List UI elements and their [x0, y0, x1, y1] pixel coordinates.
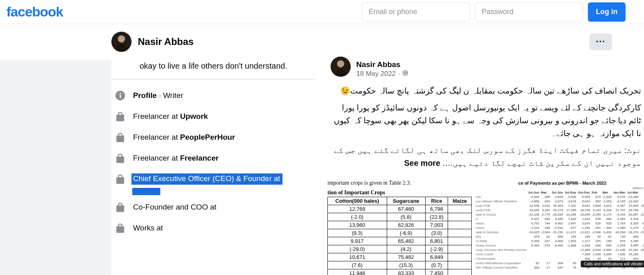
table-cell: 935	[602, 221, 612, 226]
table-row: rvices6,7537448,4612,4973,0748269352,764…	[475, 221, 644, 226]
about-item[interactable]: Freelancer at Upwork	[111, 106, 315, 127]
table-cell	[564, 252, 577, 257]
table-row: (-2.0)(5.8)(22.8)	[328, 213, 472, 221]
table-cell: 12,769	[328, 205, 387, 213]
table-cell: 9,917	[328, 237, 387, 245]
table-header-cell: Mar	[602, 190, 612, 195]
table-cell	[551, 248, 563, 252]
table-cell	[448, 229, 472, 237]
avatar[interactable]	[331, 57, 351, 77]
table-cell	[448, 237, 472, 245]
post-attachment[interactable]: important crops is given in Table 2.3. t…	[326, 178, 644, 275]
table-cell: -10,194	[564, 212, 577, 217]
about-item[interactable]: Freelancer at PeoplePerHour	[111, 127, 315, 148]
dot-separator: ·	[398, 70, 400, 78]
about-item[interactable]: Freelancer at Freelancer	[111, 148, 315, 169]
table-caption: important crops is given in Table 2.3.	[327, 180, 472, 186]
table-cell: 11,946	[328, 269, 387, 275]
table-cell: -677	[564, 226, 577, 230]
post-meta: Nasir Abbas 18 May 2022 ·	[356, 60, 408, 78]
table-cell: 7,450	[425, 269, 448, 275]
post-note: نوٹ: میری تمام فیکٹ اینڈ فگرز کے سورس لن…	[330, 144, 641, 169]
table-header-cell: Oct-Dec	[577, 190, 591, 195]
table-heading: tion of Important Crops	[327, 189, 472, 196]
table-cell: 7,201	[564, 204, 577, 208]
email-field[interactable]	[362, 2, 470, 22]
more-button[interactable]: ···	[589, 33, 612, 50]
table-cell: 8,041	[577, 204, 591, 208]
table-cell: -13,426	[626, 199, 639, 204]
login-area: Log in	[362, 2, 626, 22]
table-row-label: rimary Income	[475, 243, 527, 248]
table-cell: 13,960	[328, 221, 387, 229]
about-item[interactable]: Chief Executive Officer (CEO) & Founder …	[111, 169, 315, 189]
table-cell: (7.6)	[328, 261, 387, 269]
table-cell: -3,079	[551, 199, 563, 204]
table-cell: 744	[540, 221, 551, 226]
login-bar: facebook Log in	[0, 0, 644, 24]
table-row-label: re Debit	[475, 239, 527, 243]
table-cell: 7,630	[612, 252, 626, 257]
table-row: (7.6)(15.3)(0.7)	[328, 261, 472, 269]
table-row: (9.3)(-6.9)(3.0)	[328, 229, 472, 237]
table-cell: 366	[527, 265, 540, 270]
about-column: okay to live a life others don't underst…	[111, 60, 322, 275]
table-cell: 6,849	[425, 253, 448, 261]
about-item[interactable]: Co-Founder and COO at	[111, 197, 315, 218]
table-cell: -31,150	[551, 230, 563, 234]
table-row: oods FOB22,5362,61625,3047,2018,0412,888…	[475, 204, 644, 208]
table-header-cell: Sugarcane	[387, 197, 425, 205]
work-icon	[115, 153, 126, 164]
see-more-link[interactable]: See more	[404, 159, 440, 167]
table-row-label: ther Official Current Transfers	[475, 265, 527, 270]
table-cell: -559	[602, 243, 612, 248]
table-row: oods FOB43,6455,39254,27317,39518,7005,1…	[475, 208, 644, 212]
table-cell: 2,616	[540, 204, 551, 208]
about-item[interactable]: Works at	[111, 218, 315, 238]
table-cell	[551, 252, 563, 257]
table-cell: 22,536	[527, 204, 540, 208]
avatar[interactable]	[111, 32, 131, 52]
table-cell: 225	[591, 239, 602, 243]
table-cell: -21,29	[639, 230, 644, 234]
profile-name[interactable]: Nasir Abbas	[138, 36, 194, 47]
table-row-label: rade in Goods	[475, 212, 527, 217]
table-row: rimary Income-5,459-375-4,400-1,006-1,54…	[475, 243, 644, 248]
svg-point-6	[337, 60, 344, 67]
content-area: okay to live a life others don't underst…	[0, 59, 644, 275]
about-item[interactable]: Profile · Writer	[111, 85, 315, 106]
table-cell: -59	[639, 199, 644, 204]
table-cell: 6,801	[425, 237, 448, 245]
table-cell	[448, 261, 472, 269]
password-field[interactable]	[475, 2, 583, 22]
table-header-cell: Jul-Mar	[626, 190, 639, 195]
facebook-logo[interactable]: facebook	[6, 4, 63, 20]
table-cell: -519	[591, 195, 602, 199]
table-row: efry47962508184169325213548825	[475, 234, 644, 239]
login-button[interactable]: Log in	[588, 2, 626, 22]
table-cell: 198	[602, 239, 612, 243]
table-cell: 40	[639, 239, 644, 243]
table-cell: -2,516	[551, 226, 563, 230]
post-body: تحریک انصاف کی ساڑھے تین سالہ حکومت بمقا…	[326, 82, 644, 176]
table-cell: 686	[602, 217, 612, 221]
table-cell	[448, 253, 472, 261]
table-cell: 18,700	[577, 208, 591, 212]
table-cell	[564, 248, 577, 252]
table-cell: 43,645	[527, 208, 540, 212]
table-cell: (-2.0)	[328, 213, 387, 221]
globe-icon[interactable]	[402, 70, 408, 78]
about-item-text: Works at	[133, 224, 163, 232]
table-cell: 826	[591, 221, 602, 226]
profile-identity[interactable]: Nasir Abbas	[111, 32, 194, 52]
table-cell: -1,353	[612, 243, 626, 248]
table-cell	[527, 252, 540, 257]
post-author[interactable]: Nasir Abbas	[356, 60, 408, 69]
table-cell: 5,392	[540, 208, 551, 212]
table-cell: -3,995	[602, 248, 612, 252]
table-cell: -3,436	[602, 230, 612, 234]
table-cell: 23,699	[626, 204, 639, 208]
table-cell: -10,284	[612, 230, 626, 234]
post-date[interactable]: 18 May 2022	[356, 70, 396, 78]
svg-point-4	[119, 93, 121, 94]
